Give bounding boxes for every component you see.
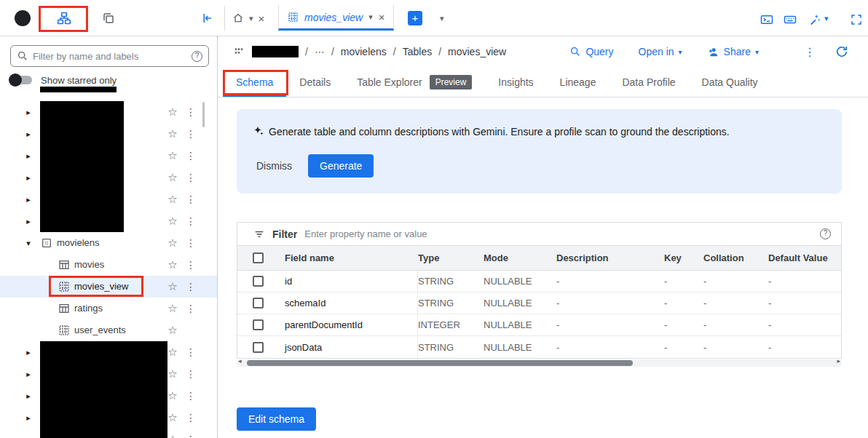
horizontal-scrollbar[interactable]: ◂ ▸ <box>237 359 842 367</box>
tab-lineage[interactable]: Lineage <box>547 67 609 97</box>
editor-tab-movies-view[interactable]: movies_view ▾ × <box>278 6 394 31</box>
copy-icon[interactable] <box>102 12 115 25</box>
star-icon[interactable]: ☆ <box>167 429 178 438</box>
tree-item-redacted[interactable]: ▸☆⋮ <box>0 167 217 188</box>
tree-item-redacted[interactable]: ▸☆⋮ <box>0 145 217 167</box>
more-menu-icon[interactable]: ⋮ <box>186 123 194 145</box>
more-menu-icon[interactable]: ⋮ <box>186 429 194 438</box>
row-checkbox[interactable] <box>253 298 264 308</box>
tab-data-profile[interactable]: Data Profile <box>609 67 688 97</box>
tree-item-ratings[interactable]: ratings ☆ ⋮ <box>0 298 217 319</box>
home-tab[interactable]: ▾ × <box>224 6 272 31</box>
collapse-arrow-icon[interactable]: ▾ <box>23 232 33 254</box>
gemini-wand-icon[interactable] <box>808 13 821 26</box>
more-menu-icon[interactable]: ⋮ <box>186 407 194 429</box>
avatar-icon[interactable] <box>15 10 31 26</box>
row-checkbox[interactable] <box>253 342 264 353</box>
tree-item-redacted[interactable]: ▸☆⋮ <box>0 341 217 363</box>
open-in-button[interactable]: Open in ▾ <box>639 46 682 57</box>
tree-item-redacted[interactable]: ▸☆⋮ <box>0 363 217 385</box>
refresh-icon[interactable] <box>835 44 849 59</box>
keyboard-shortcuts-icon[interactable] <box>784 13 797 26</box>
tree-item-redacted[interactable]: ▸☆⋮ <box>0 101 217 123</box>
expand-arrow-icon[interactable]: ▸ <box>23 101 33 123</box>
star-icon[interactable]: ☆ <box>167 123 178 145</box>
tab-details[interactable]: Details <box>286 67 344 97</box>
column-header-field-name[interactable]: Field name <box>269 246 418 270</box>
expand-arrow-icon[interactable]: ▸ <box>23 188 33 210</box>
tree-item-redacted[interactable]: ▸☆⋮ <box>0 429 217 438</box>
more-menu-icon[interactable]: ⋮ <box>186 232 194 254</box>
tree-item-label[interactable]: user_events <box>74 319 126 341</box>
share-button[interactable]: Share ▾ <box>707 46 759 58</box>
row-checkbox[interactable] <box>253 276 264 287</box>
close-tab-icon[interactable]: × <box>259 12 265 25</box>
tree-item-label[interactable]: movies_view <box>74 276 128 298</box>
tree-item-movies-view[interactable]: movies_view ☆ ⋮ <box>0 276 217 298</box>
expand-arrow-icon[interactable]: ▸ <box>23 407 33 429</box>
column-header-mode[interactable]: Mode <box>484 246 556 270</box>
expand-arrow-icon[interactable]: ▸ <box>23 145 33 167</box>
more-menu-icon[interactable]: ⋮ <box>186 145 194 167</box>
tab-caret-icon[interactable]: ▾ <box>249 14 253 23</box>
star-icon[interactable]: ☆ <box>167 254 178 276</box>
edit-schema-button[interactable]: Edit schema <box>237 407 316 431</box>
expand-arrow-icon[interactable]: ▸ <box>23 167 33 188</box>
select-all-checkbox[interactable] <box>253 252 264 263</box>
more-menu-icon[interactable]: ⋮ <box>186 385 194 407</box>
star-icon[interactable]: ☆ <box>167 385 178 407</box>
star-icon[interactable]: ☆ <box>167 210 178 232</box>
fullscreen-icon[interactable] <box>850 13 863 26</box>
scroll-left-icon[interactable]: ◂ <box>238 357 242 365</box>
dismiss-button[interactable]: Dismiss <box>256 160 292 172</box>
star-icon[interactable]: ☆ <box>167 319 178 341</box>
collapse-panel-icon[interactable] <box>200 12 213 25</box>
expand-arrow-icon[interactable]: ▸ <box>23 123 33 145</box>
help-icon[interactable]: ? <box>820 228 831 239</box>
tree-item-redacted[interactable]: ▸☆⋮ <box>0 385 217 407</box>
expand-arrow-icon[interactable]: ▸ <box>23 210 33 232</box>
close-tab-icon[interactable]: × <box>379 11 385 23</box>
more-menu-icon[interactable]: ⋮ <box>186 341 194 363</box>
query-button[interactable]: Query <box>569 46 613 57</box>
tab-caret-icon[interactable]: ▾ <box>368 12 373 22</box>
tab-table-explorer[interactable]: Table Explorer Preview <box>344 67 485 97</box>
new-tab-button[interactable]: + <box>408 11 422 25</box>
star-icon[interactable]: ☆ <box>167 145 178 167</box>
expand-arrow-icon[interactable]: ▸ <box>23 363 33 385</box>
tab-data-quality[interactable]: Data Quality <box>689 67 771 97</box>
breadcrumb-dataset[interactable]: movielens <box>341 46 387 57</box>
scrollbar-thumb[interactable] <box>247 360 633 366</box>
star-icon[interactable]: ☆ <box>167 341 178 363</box>
column-header-collation[interactable]: Collation <box>703 246 768 270</box>
star-icon[interactable]: ☆ <box>167 167 178 188</box>
breadcrumb-ellipsis[interactable]: ⋯ <box>315 46 325 57</box>
tree-item-label[interactable]: movies <box>74 254 104 276</box>
more-menu-icon[interactable]: ⋮ <box>186 188 194 210</box>
more-menu-icon[interactable]: ⋮ <box>186 101 194 123</box>
star-icon[interactable]: ☆ <box>167 407 178 429</box>
column-header-type[interactable]: Type <box>418 246 484 270</box>
scroll-right-icon[interactable]: ▸ <box>837 357 840 365</box>
more-actions-icon[interactable]: ⋮ <box>804 45 816 59</box>
tab-schema[interactable]: Schema <box>223 67 286 97</box>
column-header-default-value[interactable]: Default Value <box>768 246 841 270</box>
filter-input[interactable] <box>304 228 813 239</box>
star-icon[interactable]: ☆ <box>167 101 178 123</box>
search-input[interactable] <box>33 51 187 62</box>
expand-arrow-icon[interactable]: ▸ <box>23 385 33 407</box>
column-header-key[interactable]: Key <box>664 246 703 270</box>
more-menu-icon[interactable]: ⋮ <box>186 298 194 319</box>
expand-arrow-icon[interactable]: ▸ <box>23 429 33 438</box>
star-icon[interactable]: ☆ <box>167 232 178 254</box>
tree-item-movielens[interactable]: ▾ movielens ☆ ⋮ <box>0 232 217 254</box>
tree-item-movies[interactable]: movies ☆ ⋮ <box>0 254 217 276</box>
cloud-shell-icon[interactable] <box>760 13 773 26</box>
tree-item-redacted[interactable]: ▸☆⋮ <box>0 210 217 232</box>
star-icon[interactable]: ☆ <box>167 298 178 319</box>
more-menu-icon[interactable]: ⋮ <box>186 210 194 232</box>
tree-item-redacted[interactable]: ▸☆⋮ <box>0 407 217 429</box>
sidebar-scrollbar-thumb[interactable] <box>202 102 205 127</box>
tab-list-caret-icon[interactable]: ▾ <box>440 14 444 23</box>
star-icon[interactable]: ☆ <box>167 188 178 210</box>
